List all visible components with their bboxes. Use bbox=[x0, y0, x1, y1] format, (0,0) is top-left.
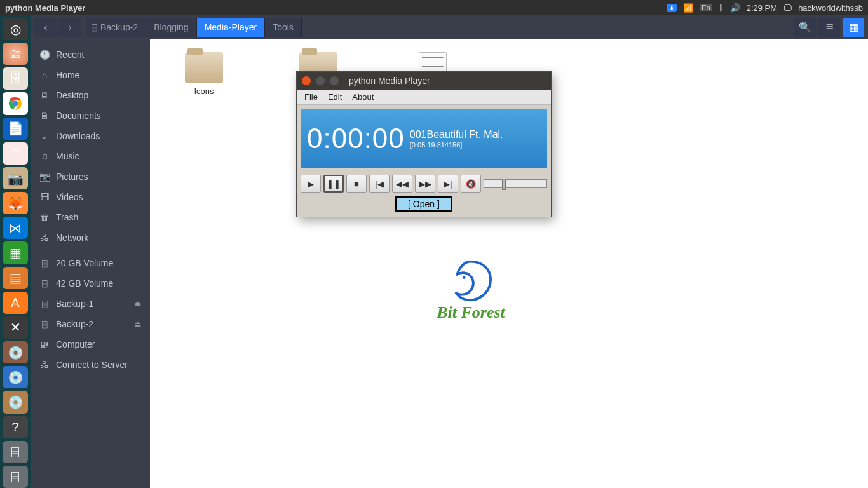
media-player-window[interactable]: python Media Player File Edit About 0:00… bbox=[296, 71, 552, 217]
music-icon: ♫ bbox=[39, 151, 50, 161]
grid-view-button[interactable]: ▦ bbox=[843, 18, 864, 37]
clock[interactable]: 2:29 PM bbox=[747, 3, 777, 13]
next-button[interactable]: ▶| bbox=[438, 175, 458, 193]
server-icon: 🖧 bbox=[39, 360, 50, 370]
bluetooth-icon[interactable]: ᛒ bbox=[719, 3, 724, 13]
menu-about[interactable]: About bbox=[347, 92, 379, 102]
window-minimize-button[interactable] bbox=[316, 76, 325, 85]
chrome-app-icon[interactable] bbox=[3, 92, 28, 114]
pdf-viewer-icon[interactable]: ◠ bbox=[3, 142, 28, 165]
stop-button[interactable]: ■ bbox=[346, 175, 367, 193]
nav-back-button[interactable]: ‹ bbox=[34, 18, 57, 37]
search-button[interactable]: 🔍 bbox=[794, 18, 816, 37]
sidebar-item-computer[interactable]: 🖳Computer bbox=[31, 334, 150, 355]
eject-icon[interactable]: ⏏ bbox=[134, 299, 141, 308]
sidebar-item-home[interactable]: ⌂Home bbox=[31, 65, 150, 85]
sidebar-item-vol20[interactable]: ⌸20 GB Volume bbox=[31, 253, 150, 273]
software-center-icon[interactable]: A bbox=[3, 292, 28, 314]
image-viewer-icon[interactable]: 📷 bbox=[3, 167, 28, 189]
sidebar-item-vol42[interactable]: ⌸42 GB Volume bbox=[31, 273, 150, 294]
track-title: 001Beautiful Ft. Mal. bbox=[410, 128, 503, 140]
settings-app-icon[interactable]: ✕ bbox=[3, 316, 28, 339]
sidebar-item-videos[interactable]: 🎞Videos bbox=[31, 187, 150, 207]
pause-button[interactable]: ❚❚ bbox=[323, 175, 344, 193]
impress-app-icon[interactable]: ▤ bbox=[3, 267, 28, 289]
sound-icon[interactable]: 🔊 bbox=[730, 3, 740, 13]
vscode-app-icon[interactable]: ⋈ bbox=[3, 217, 28, 239]
play-button[interactable]: ▶ bbox=[301, 175, 321, 193]
dash-icon[interactable]: ◎ bbox=[3, 18, 28, 40]
menu-file[interactable]: File bbox=[299, 92, 323, 102]
pictures-icon: 📷 bbox=[39, 172, 50, 182]
download-indicator-icon[interactable]: ⬇ bbox=[667, 4, 677, 12]
sidebar-item-backup1[interactable]: ⌸Backup-1⏏ bbox=[31, 294, 150, 314]
eject-icon[interactable]: ⏏ bbox=[134, 320, 141, 329]
mute-button[interactable]: 🔇 bbox=[461, 175, 481, 193]
sidebar-item-documents[interactable]: 🗎Documents bbox=[31, 105, 150, 126]
network-icon[interactable]: 📶 bbox=[683, 3, 693, 13]
files-app-icon[interactable]: 🗂 bbox=[3, 43, 28, 65]
fast-forward-button[interactable]: ▶▶ bbox=[415, 175, 435, 193]
user-menu[interactable]: hackworldwithssb bbox=[798, 3, 863, 13]
sidebar-item-recent[interactable]: 🕘Recent bbox=[31, 44, 150, 65]
sidebar-item-downloads[interactable]: ⭳Downloads bbox=[31, 126, 150, 146]
volume-slider[interactable] bbox=[484, 179, 547, 188]
menu-edit[interactable]: Edit bbox=[323, 92, 347, 102]
home-icon: ⌂ bbox=[39, 70, 50, 80]
documents-icon: 🗎 bbox=[39, 111, 50, 121]
computer-icon: 🖳 bbox=[39, 339, 50, 349]
network-browse-icon: 🖧 bbox=[39, 233, 50, 243]
monitor-icon[interactable]: 🖵 bbox=[783, 3, 792, 13]
disk1-icon[interactable]: 💿 bbox=[3, 341, 28, 363]
crumb-backup2[interactable]: ⌸Backup-2 bbox=[86, 18, 146, 37]
drive-icon: ⌸ bbox=[92, 22, 97, 32]
firefox-app-icon[interactable]: 🦊 bbox=[3, 192, 28, 214]
top-menubar: python Media Player ⬇ 📶 En ᛒ 🔊 2:29 PM 🖵… bbox=[0, 0, 868, 15]
rewind-button[interactable]: ◀◀ bbox=[392, 175, 412, 193]
drive2-icon[interactable]: ⌸ bbox=[3, 466, 28, 488]
sidebar-item-music[interactable]: ♫Music bbox=[31, 146, 150, 166]
sidebar-item-trash[interactable]: 🗑Trash bbox=[31, 207, 150, 227]
previous-button[interactable]: |◀ bbox=[369, 175, 390, 193]
file-manager-toolbar: ‹ › ⌸Backup-2 Blogging Media-Player Tool… bbox=[31, 15, 868, 39]
drive1-icon[interactable]: ⌸ bbox=[3, 441, 28, 463]
sidebar-item-connect-server[interactable]: 🖧Connect to Server bbox=[31, 355, 150, 375]
window-title: python Media Player bbox=[349, 76, 430, 86]
sidebar-item-desktop[interactable]: 🖥Desktop bbox=[31, 85, 150, 105]
sidebar-item-backup2[interactable]: ⌸Backup-2⏏ bbox=[31, 314, 150, 334]
calc-app-icon[interactable]: ▦ bbox=[3, 241, 28, 264]
archive-app-icon[interactable]: 🗄 bbox=[3, 67, 28, 90]
disk3-icon[interactable]: 💿 bbox=[3, 391, 28, 413]
track-duration: [0:05:19.814156] bbox=[410, 141, 503, 149]
player-display: 0:00:00 001Beautiful Ft. Mal. [0:05:19.8… bbox=[301, 109, 547, 168]
crumb-media-player[interactable]: Media-Player bbox=[197, 18, 265, 37]
volume-icon: ⌸ bbox=[39, 319, 50, 329]
downloads-icon: ⭳ bbox=[39, 131, 50, 141]
elapsed-time: 0:00:00 bbox=[307, 123, 405, 154]
sidebar-item-network[interactable]: 🖧Network bbox=[31, 227, 150, 248]
volume-icon: ⌸ bbox=[39, 258, 50, 268]
logo-text: Bit Forest bbox=[417, 303, 525, 322]
help-app-icon[interactable]: ? bbox=[3, 416, 28, 438]
trash-icon: 🗑 bbox=[39, 212, 50, 222]
nav-forward-button[interactable]: › bbox=[58, 18, 81, 37]
sidebar-item-pictures[interactable]: 📷Pictures bbox=[31, 166, 150, 187]
writer-app-icon[interactable]: 📄 bbox=[3, 118, 28, 140]
window-titlebar[interactable]: python Media Player bbox=[297, 72, 551, 90]
list-view-button[interactable]: ≣ bbox=[818, 18, 840, 37]
recent-icon: 🕘 bbox=[39, 50, 50, 60]
folder-icons[interactable]: Icons bbox=[175, 52, 233, 96]
keyboard-layout-indicator[interactable]: En bbox=[700, 4, 712, 11]
crumb-tools[interactable]: Tools bbox=[265, 18, 302, 37]
player-menubar: File Edit About bbox=[297, 90, 551, 105]
volume-thumb[interactable] bbox=[502, 179, 506, 190]
file-manager-sidebar: 🕘Recent ⌂Home 🖥Desktop 🗎Documents ⭳Downl… bbox=[31, 39, 150, 488]
crumb-blogging[interactable]: Blogging bbox=[146, 18, 197, 37]
player-controls: ▶ ❚❚ ■ |◀ ◀◀ ▶▶ ▶| 🔇 bbox=[297, 172, 551, 195]
window-close-button[interactable] bbox=[302, 76, 311, 85]
open-button[interactable]: [ Open ] bbox=[395, 196, 452, 212]
videos-icon: 🎞 bbox=[39, 192, 50, 202]
active-app-title: python Media Player bbox=[5, 3, 85, 13]
disk2-icon[interactable]: 💿 bbox=[3, 366, 28, 388]
window-maximize-button[interactable] bbox=[330, 76, 339, 85]
